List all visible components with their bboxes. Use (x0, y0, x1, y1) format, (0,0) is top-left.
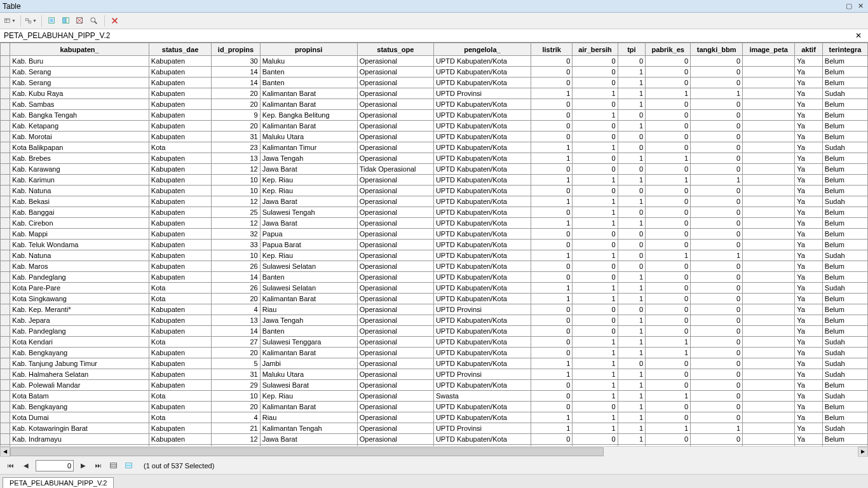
cell[interactable]: Sudah (822, 423, 867, 434)
cell[interactable]: 0 (618, 240, 646, 250)
cell[interactable]: UPTD Kabupaten/Kota (433, 358, 531, 369)
cell[interactable]: Operasional (357, 391, 433, 402)
cell[interactable]: Sudah (822, 283, 867, 294)
row-selector[interactable] (1, 88, 10, 99)
cell[interactable] (743, 272, 795, 283)
cell[interactable]: Kabupaten (149, 423, 211, 434)
cell[interactable]: 0 (646, 110, 691, 121)
cell[interactable]: UPTD Kabupaten/Kota (433, 110, 531, 121)
cell[interactable]: Jawa Barat (260, 218, 357, 229)
cell[interactable]: 1 (646, 391, 691, 402)
cell[interactable]: 0 (646, 78, 691, 88)
cell[interactable]: 0 (646, 121, 691, 132)
cell[interactable]: 1 (618, 272, 646, 283)
cell[interactable]: Operasional (357, 88, 433, 99)
cell[interactable]: 0 (646, 99, 691, 110)
cell[interactable]: Jawa Tengah (260, 315, 357, 326)
cell[interactable]: 1 (646, 337, 691, 348)
cell[interactable]: 26 (212, 283, 261, 294)
cell[interactable]: Ya (795, 240, 823, 250)
cell[interactable]: Kalimantan Barat (260, 348, 357, 358)
cell[interactable]: 31 (212, 132, 261, 142)
cell[interactable]: 0 (646, 294, 691, 304)
cell[interactable]: 0 (531, 337, 573, 348)
cell[interactable]: 0 (618, 229, 646, 240)
cell[interactable]: 0 (531, 229, 573, 240)
close-button[interactable]: ✕ (855, 2, 865, 11)
cell[interactable]: 0 (531, 207, 573, 218)
cell[interactable] (743, 164, 795, 175)
table-row[interactable]: Kab. Kotawaringin BaratKabupaten21Kalima… (1, 423, 868, 434)
col-header-air_bersih[interactable]: air_bersih (573, 43, 618, 56)
col-header-image_peta[interactable]: image_peta (743, 43, 795, 56)
cell[interactable]: Banten (260, 326, 357, 337)
cell[interactable]: Kab. Natuna (10, 186, 149, 196)
cell[interactable]: Ya (795, 348, 823, 358)
cell[interactable]: 0 (573, 99, 618, 110)
cell[interactable]: Kota Balikpapan (10, 142, 149, 153)
cell[interactable]: Operasional (357, 358, 433, 369)
cell[interactable]: Kota Singkawang (10, 294, 149, 304)
cell[interactable]: 1 (646, 423, 691, 434)
cell[interactable]: 0 (531, 99, 573, 110)
cell[interactable]: Belum (822, 110, 867, 121)
cell[interactable]: Kab. Tanjung Jabung Timur (10, 358, 149, 369)
cell[interactable]: Kota Batam (10, 391, 149, 402)
cell[interactable]: 1 (691, 175, 743, 186)
next-record-button[interactable]: ▶ (78, 460, 89, 471)
table-row[interactable]: Kab. MorotaiKabupaten31Maluku UtaraOpera… (1, 132, 868, 142)
cell[interactable]: 0 (573, 132, 618, 142)
cell[interactable]: 0 (646, 240, 691, 250)
cell[interactable]: Kab. Sambas (10, 99, 149, 110)
cell[interactable]: Belum (822, 402, 867, 412)
row-selector[interactable] (1, 348, 10, 358)
cell[interactable]: UPTD Provinsi (433, 88, 531, 99)
cell[interactable]: Kabupaten (149, 358, 211, 369)
record-position-input[interactable] (36, 460, 74, 471)
cell[interactable]: Belum (822, 326, 867, 337)
cell[interactable]: Ya (795, 142, 823, 153)
cell[interactable]: UPTD Kabupaten/Kota (433, 348, 531, 358)
cell[interactable]: 0 (691, 240, 743, 250)
col-header-pengelola_[interactable]: pengelola_ (433, 43, 531, 56)
cell[interactable]: Belum (822, 56, 867, 67)
cell[interactable]: 12 (212, 218, 261, 229)
table-row[interactable]: Kab. NatunaKabupaten10Kep. RiauOperasion… (1, 250, 868, 261)
cell[interactable]: 0 (691, 164, 743, 175)
cell[interactable]: UPTD Kabupaten/Kota (433, 229, 531, 240)
row-selector[interactable] (1, 164, 10, 175)
cell[interactable]: 1 (531, 250, 573, 261)
cell[interactable]: 0 (618, 110, 646, 121)
cell[interactable]: Kabupaten (149, 402, 211, 412)
col-header-listrik[interactable]: listrik (531, 43, 573, 56)
cell[interactable]: 1 (691, 88, 743, 99)
cell[interactable]: Kabupaten (149, 229, 211, 240)
cell[interactable]: 0 (691, 326, 743, 337)
table-row[interactable]: Kab. BengkayangKabupaten20Kalimantan Bar… (1, 402, 868, 412)
cell[interactable]: Kabupaten (149, 99, 211, 110)
cell[interactable]: 29 (212, 380, 261, 391)
cell[interactable]: 1 (573, 207, 618, 218)
cell[interactable]: Kabupaten (149, 196, 211, 207)
cell[interactable]: UPTD Kabupaten/Kota (433, 207, 531, 218)
col-header-kabupaten_[interactable]: kabupaten_ (10, 43, 149, 56)
table-row[interactable]: Kab. BekasiKabupaten12Jawa BaratOperasio… (1, 196, 868, 207)
row-selector[interactable] (1, 99, 10, 110)
cell[interactable]: Ya (795, 391, 823, 402)
cell[interactable]: Kabupaten (149, 218, 211, 229)
cell[interactable]: 1 (618, 402, 646, 412)
layer-tab[interactable]: PETA_PELABUHAN_PIPP_V.2 (3, 477, 114, 488)
cell[interactable]: UPTD Kabupaten/Kota (433, 250, 531, 261)
cell[interactable]: 1 (573, 412, 618, 423)
cell[interactable]: 1 (646, 175, 691, 186)
table-row[interactable]: Kab. SerangKabupaten14BantenOperasionalU… (1, 78, 868, 88)
cell[interactable]: Sudah (822, 196, 867, 207)
table-row[interactable]: Kab. CirebonKabupaten12Jawa BaratOperasi… (1, 218, 868, 229)
cell[interactable]: Operasional (357, 402, 433, 412)
cell[interactable]: Kabupaten (149, 67, 211, 78)
cell[interactable]: 1 (531, 283, 573, 294)
cell[interactable]: 1 (618, 391, 646, 402)
cell[interactable]: 0 (646, 412, 691, 423)
cell[interactable]: 1 (691, 423, 743, 434)
cell[interactable]: Maluku Utara (260, 132, 357, 142)
